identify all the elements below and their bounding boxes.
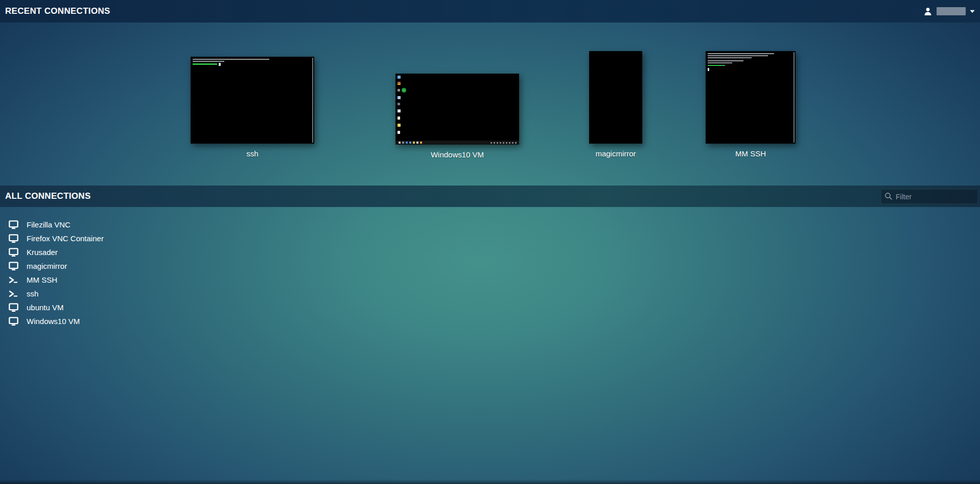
monitor-icon bbox=[9, 248, 18, 257]
all-connections-title: ALL CONNECTIONS bbox=[5, 191, 91, 201]
bottom-edge-shade bbox=[0, 479, 980, 484]
connection-item-krusader[interactable]: Krusader bbox=[0, 245, 65, 259]
terminal-icon bbox=[9, 289, 18, 298]
recent-connection-ssh[interactable]: ssh bbox=[191, 57, 314, 158]
connection-item-mm-ssh[interactable]: MM SSH bbox=[0, 273, 64, 287]
monitor-icon bbox=[9, 303, 18, 312]
connection-label: Krusader bbox=[27, 248, 58, 257]
connection-caption: MM SSH bbox=[706, 149, 796, 158]
filter-field-wrap bbox=[881, 189, 978, 204]
connection-thumbnail bbox=[395, 74, 519, 145]
connection-item-ubuntu-vm[interactable]: ubuntu VM bbox=[0, 301, 71, 314]
desktop-icon bbox=[398, 117, 400, 120]
recent-connection-mm-ssh[interactable]: MM SSH bbox=[706, 51, 796, 158]
scrollbar bbox=[794, 52, 795, 143]
desktop-icon bbox=[398, 131, 400, 134]
monitor-icon bbox=[9, 317, 18, 326]
connection-thumbnail bbox=[191, 57, 314, 144]
connection-caption: Windows10 VM bbox=[395, 150, 519, 159]
monitor-icon bbox=[9, 220, 18, 229]
connection-label: Windows10 VM bbox=[27, 317, 80, 326]
caret-down-icon bbox=[970, 10, 975, 13]
desktop-icon bbox=[398, 82, 401, 85]
connection-item-ssh[interactable]: ssh bbox=[0, 287, 45, 301]
connection-list: Filezilla VNC Firefox VNC Container Krus… bbox=[0, 218, 111, 328]
username-redacted bbox=[937, 7, 966, 15]
terminal-icon bbox=[9, 275, 18, 285]
user-icon bbox=[923, 7, 932, 16]
connection-label: Filezilla VNC bbox=[27, 220, 71, 229]
connection-caption: magicmirror bbox=[589, 149, 642, 158]
monitor-icon bbox=[9, 262, 18, 271]
connection-label: ubuntu VM bbox=[27, 303, 64, 312]
connection-label: MM SSH bbox=[27, 275, 57, 284]
guacamole-home: RECENT CONNECTIONS ssh bbox=[0, 0, 980, 484]
connection-item-firefox-vnc-container[interactable]: Firefox VNC Container bbox=[0, 232, 111, 245]
user-menu-button[interactable] bbox=[923, 7, 975, 16]
desktop-icon-green bbox=[402, 88, 406, 93]
scrollbar bbox=[312, 58, 313, 143]
desktop-icon bbox=[398, 103, 400, 105]
connection-item-filezilla-vnc[interactable]: Filezilla VNC bbox=[0, 218, 78, 232]
top-bar: RECENT CONNECTIONS bbox=[0, 0, 980, 22]
recent-connection-windows10-vm[interactable]: Windows10 VM bbox=[395, 74, 519, 159]
monitor-icon bbox=[9, 234, 18, 243]
connection-label: Firefox VNC Container bbox=[27, 234, 104, 243]
recent-connection-magicmirror[interactable]: magicmirror bbox=[589, 51, 642, 158]
system-tray bbox=[491, 142, 517, 144]
desktop-icon bbox=[398, 89, 400, 91]
all-connections-bar: ALL CONNECTIONS bbox=[0, 186, 980, 207]
desktop-icon bbox=[398, 124, 401, 127]
connection-label: magicmirror bbox=[27, 262, 67, 270]
recent-connections-title: RECENT CONNECTIONS bbox=[5, 6, 110, 16]
connection-caption: ssh bbox=[191, 149, 314, 158]
connection-item-magicmirror[interactable]: magicmirror bbox=[0, 259, 74, 273]
connection-item-windows10-vm[interactable]: Windows10 VM bbox=[0, 314, 87, 328]
connection-thumbnail bbox=[589, 51, 642, 144]
connection-thumbnail bbox=[706, 51, 796, 144]
taskbar bbox=[395, 141, 519, 145]
desktop-icon bbox=[398, 109, 401, 112]
filter-input[interactable] bbox=[881, 189, 978, 204]
desktop-icon bbox=[398, 96, 401, 99]
connection-label: ssh bbox=[27, 289, 38, 298]
desktop-icon bbox=[398, 76, 401, 79]
